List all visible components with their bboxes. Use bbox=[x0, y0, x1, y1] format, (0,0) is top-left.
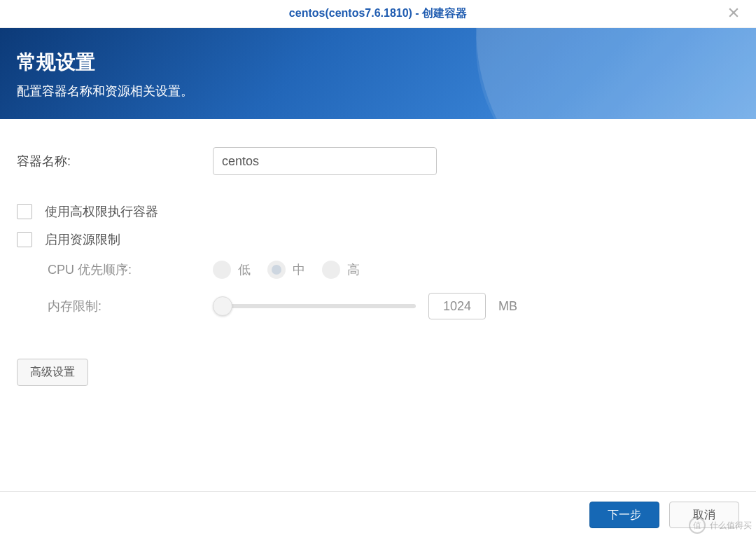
cpu-radio-low-label: 低 bbox=[238, 261, 251, 278]
banner-subheading: 配置容器名称和资源相关设置。 bbox=[17, 83, 739, 99]
cpu-radio-group: 低 中 高 bbox=[213, 261, 370, 279]
resource-limit-row: 启用资源限制 bbox=[17, 231, 739, 248]
cpu-radio-mid-label: 中 bbox=[293, 261, 305, 278]
memory-limit-row: 内存限制: MB bbox=[17, 293, 739, 319]
cpu-radio-high-label: 高 bbox=[347, 261, 360, 278]
resource-limit-checkbox[interactable] bbox=[17, 232, 32, 247]
container-name-input[interactable] bbox=[213, 147, 437, 175]
cpu-radio-high[interactable] bbox=[322, 261, 340, 279]
memory-input[interactable] bbox=[428, 293, 486, 319]
footer: 下一步 取消 bbox=[0, 491, 756, 538]
memory-limit-label: 内存限制: bbox=[17, 298, 213, 315]
window-title: centos(centos7.6.1810) - 创建容器 bbox=[289, 6, 467, 21]
resource-sub-group: CPU 优先顺序: 低 中 高 内存限制: MB bbox=[17, 261, 739, 319]
banner: 常规设置 配置容器名称和资源相关设置。 bbox=[0, 28, 756, 119]
advanced-settings-button[interactable]: 高级设置 bbox=[17, 359, 88, 386]
container-name-label: 容器名称: bbox=[17, 153, 213, 170]
cpu-priority-row: CPU 优先顺序: 低 中 高 bbox=[17, 261, 739, 279]
memory-slider-thumb[interactable] bbox=[213, 296, 232, 316]
memory-unit: MB bbox=[498, 299, 517, 314]
high-privilege-label: 使用高权限执行容器 bbox=[45, 203, 158, 220]
high-privilege-checkbox[interactable] bbox=[17, 204, 32, 219]
resource-limit-label: 启用资源限制 bbox=[45, 231, 120, 248]
memory-slider-wrap: MB bbox=[213, 293, 517, 319]
cancel-button[interactable]: 取消 bbox=[669, 502, 739, 528]
banner-heading: 常规设置 bbox=[17, 49, 739, 76]
memory-slider-track bbox=[213, 304, 416, 308]
cpu-radio-low[interactable] bbox=[213, 261, 231, 279]
memory-slider[interactable] bbox=[213, 297, 416, 315]
next-button[interactable]: 下一步 bbox=[589, 502, 659, 528]
cpu-radio-mid[interactable] bbox=[267, 261, 286, 279]
cpu-priority-label: CPU 优先顺序: bbox=[17, 261, 213, 278]
